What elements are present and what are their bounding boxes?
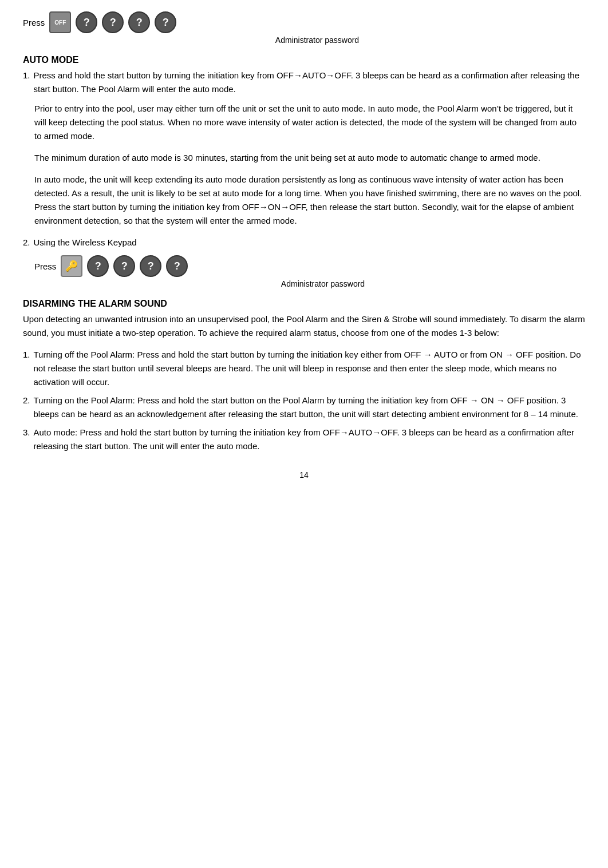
auto-mode-para3: In auto mode, the unit will keep extendi… — [34, 173, 585, 228]
key-icon: 🔑 — [61, 255, 82, 277]
page-number: 14 — [23, 470, 585, 479]
question-icon-3: ? — [128, 11, 150, 33]
press-section-2: Press 🔑 ? ? ? ? Administrator password — [34, 255, 585, 288]
disarming-item-1-num: 1. — [23, 348, 30, 389]
item2-text: Using the Wireless Keypad — [34, 236, 137, 249]
question-icon-2: ? — [102, 11, 124, 33]
disarming-item-2-text: Turning on the Pool Alarm: Press and hol… — [34, 394, 585, 421]
auto-mode-section: AUTO MODE 1. Press and hold the start bu… — [23, 55, 585, 288]
disarming-item-2: 2. Turning on the Pool Alarm: Press and … — [23, 394, 585, 421]
press-label-2: Press — [34, 261, 56, 271]
disarming-item-3-text: Auto mode: Press and hold the start butt… — [34, 426, 585, 453]
disarming-item-3: 3. Auto mode: Press and hold the start b… — [23, 426, 585, 453]
auto-mode-item2: 2. Using the Wireless Keypad — [23, 236, 585, 249]
question-icon-6: ? — [113, 255, 135, 277]
question-icon-5: ? — [87, 255, 109, 277]
off-button-icon: OFF — [49, 11, 71, 33]
item1-num: 1. — [23, 69, 30, 96]
disarming-section: DISARMING THE ALARM SOUND Upon detecting… — [23, 299, 585, 453]
question-icon-1: ? — [76, 11, 97, 33]
auto-mode-para1: Prior to entry into the pool, user may e… — [34, 102, 585, 143]
disarming-list: 1. Turning off the Pool Alarm: Press and… — [23, 348, 585, 453]
press-label-1: Press — [23, 18, 45, 27]
item2-num: 2. — [23, 236, 30, 249]
question-icon-7: ? — [140, 255, 161, 277]
disarming-item-2-num: 2. — [23, 394, 30, 421]
header-press-section: Press OFF ? ? ? ? Administrator password — [23, 11, 585, 45]
disarming-item-3-num: 3. — [23, 426, 30, 453]
disarming-title: DISARMING THE ALARM SOUND — [23, 299, 585, 309]
item1-text: Press and hold the start button by turni… — [34, 69, 585, 96]
admin-password-label-1: Administrator password — [49, 35, 585, 45]
question-icon-4: ? — [155, 11, 176, 33]
auto-mode-item1: 1. Press and hold the start button by tu… — [23, 69, 585, 96]
disarming-item-1-text: Turning off the Pool Alarm: Press and ho… — [34, 348, 585, 389]
question-icon-8: ? — [166, 255, 188, 277]
disarming-intro: Upon detecting an unwanted intrusion int… — [23, 312, 585, 340]
admin-password-label-2: Administrator password — [61, 279, 585, 288]
press-row-2: Press 🔑 ? ? ? ? — [34, 255, 585, 277]
auto-mode-para2: The minimum duration of auto mode is 30 … — [34, 151, 585, 165]
press-row-1: Press OFF ? ? ? ? — [23, 11, 585, 33]
auto-mode-title: AUTO MODE — [23, 55, 585, 65]
disarming-item-1: 1. Turning off the Pool Alarm: Press and… — [23, 348, 585, 389]
